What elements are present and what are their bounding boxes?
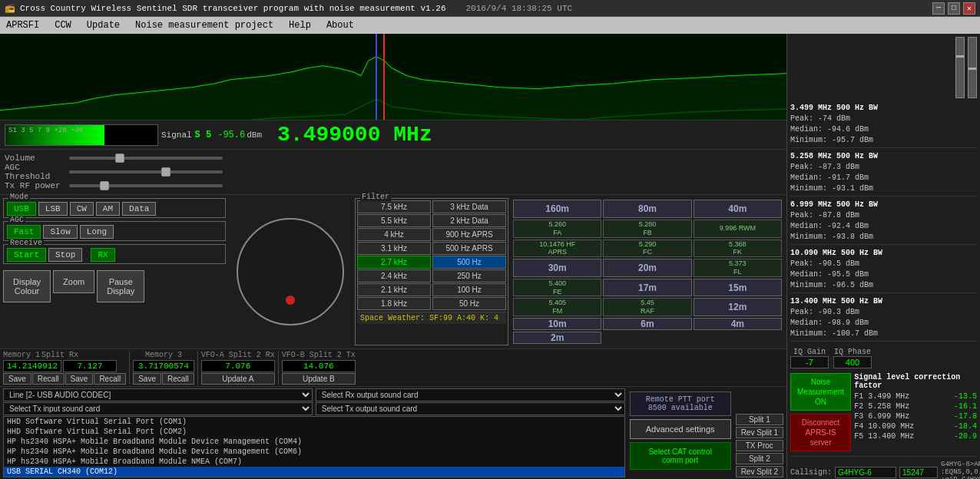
- agc-long[interactable]: Long: [80, 225, 114, 239]
- start-button[interactable]: Start: [7, 248, 46, 262]
- advanced-settings-button[interactable]: Advanced settings: [630, 419, 731, 439]
- mode-data[interactable]: Data: [122, 202, 156, 216]
- stop-button[interactable]: Stop: [48, 248, 82, 262]
- band-2m[interactable]: 2m: [513, 332, 601, 344]
- port-input[interactable]: [899, 467, 938, 478]
- update-a-button[interactable]: Update A: [201, 373, 275, 385]
- menu-ccw[interactable]: CCW: [51, 19, 74, 31]
- volume-thumb[interactable]: [115, 154, 124, 163]
- band-6m[interactable]: 6m: [603, 318, 691, 330]
- tuning-circle[interactable]: [237, 218, 344, 325]
- band-12m[interactable]: 12m: [694, 298, 782, 316]
- menu-help[interactable]: Help: [286, 19, 314, 31]
- update-b-button[interactable]: Update B: [282, 373, 356, 385]
- filter-900hz-aprs[interactable]: 900 Hz APRS: [432, 228, 506, 241]
- band-10147[interactable]: 10.1476 HFAPRS: [513, 240, 601, 258]
- band-30m[interactable]: 30m: [513, 259, 601, 277]
- noise-measurement-button[interactable]: Noise Measurement ON: [790, 373, 851, 411]
- band-5405[interactable]: 5.405FM: [513, 298, 601, 316]
- filter-50hz[interactable]: 50 Hz: [432, 297, 506, 310]
- band-80m[interactable]: 80m: [603, 200, 691, 218]
- serial-item-6[interactable]: USB SERIAL CH340 (COM12): [4, 467, 624, 477]
- display-colour-button[interactable]: Display Colour: [3, 270, 51, 302]
- mem3-save[interactable]: Save: [133, 373, 161, 385]
- cat-button[interactable]: Select CAT control comm port: [630, 442, 731, 470]
- close-button[interactable]: ✕: [963, 2, 975, 15]
- mode-usb[interactable]: USB: [7, 202, 36, 216]
- band-4m[interactable]: 4m: [694, 318, 782, 330]
- band-5290[interactable]: 5.290FC: [603, 240, 691, 258]
- band-9996[interactable]: 9.996 RWM: [694, 220, 782, 238]
- band-17m[interactable]: 17m: [603, 279, 691, 297]
- disconnect-aprs-button[interactable]: Disconnect APRS-IS server: [790, 414, 851, 451]
- agc-slider-track[interactable]: [69, 170, 223, 173]
- filter-4k[interactable]: 4 kHz: [357, 228, 431, 241]
- iq-gain-slider[interactable]: [955, 37, 965, 98]
- serial-port-list[interactable]: HHD Software Virtual Serial Port (COM1) …: [3, 416, 625, 477]
- iq-phase-input[interactable]: [833, 356, 872, 368]
- tx-thumb[interactable]: [100, 181, 109, 190]
- minimize-button[interactable]: ─: [932, 2, 945, 15]
- band-40m[interactable]: 40m: [694, 200, 782, 218]
- band-5280[interactable]: 5.280FB: [603, 220, 691, 238]
- tx-card-select[interactable]: Select Tx output sound card: [316, 402, 625, 415]
- rx-button[interactable]: RX: [91, 248, 114, 262]
- band-10m[interactable]: 10m: [513, 318, 601, 330]
- band-5373[interactable]: 5.373FL: [694, 259, 782, 277]
- filter-3k-data[interactable]: 3 kHz Data: [432, 200, 506, 213]
- band-20m[interactable]: 20m: [603, 259, 691, 277]
- menu-aprsfi[interactable]: APRSFI: [3, 19, 42, 31]
- serial-item-3[interactable]: HP hs2340 HSPA+ Mobile Broadband Module …: [4, 437, 624, 447]
- serial-item-4[interactable]: HP hs2340 HSPA+ Mobile Broadband Module …: [4, 447, 624, 457]
- filter-100hz[interactable]: 100 Hz: [432, 283, 506, 296]
- serial-item-1[interactable]: HHD Software Virtual Serial Port (COM1): [4, 417, 624, 427]
- filter-2k-data[interactable]: 2 kHz Data: [432, 214, 506, 227]
- filter-2.1k[interactable]: 2.1 kHz: [357, 283, 431, 296]
- agc-thumb[interactable]: [161, 167, 171, 177]
- rx-card-select[interactable]: Select Rx output sound card: [316, 388, 625, 401]
- freq-display[interactable]: 3.499000 MHz: [277, 123, 432, 147]
- agc-fast[interactable]: Fast: [7, 225, 41, 239]
- mem1-recall[interactable]: Recall: [32, 373, 65, 385]
- split2-button[interactable]: Split 2: [736, 453, 783, 464]
- callsign-input[interactable]: [835, 467, 896, 478]
- mode-lsb[interactable]: LSB: [38, 202, 68, 216]
- input-audio-select[interactable]: Line [2- USB AUDIO CODEC]: [3, 388, 313, 401]
- filter-7.5k[interactable]: 7.5 kHz: [357, 200, 431, 213]
- rev-split2-button[interactable]: Rev Split 2: [736, 466, 783, 477]
- band-5400[interactable]: 5.400FE: [513, 279, 601, 297]
- band-5368[interactable]: 5.368FK: [694, 240, 782, 258]
- filter-2.7k[interactable]: 2.7 kHz: [357, 256, 431, 269]
- filter-1.8k[interactable]: 1.8 kHz: [357, 297, 431, 310]
- tx-input-select[interactable]: Select Tx input sound card: [3, 402, 313, 415]
- iq-gain-input[interactable]: [790, 356, 829, 368]
- volume-slider-track[interactable]: [69, 157, 223, 160]
- filter-5.5k[interactable]: 5.5 kHz: [357, 214, 431, 227]
- serial-item-5[interactable]: HP hs2340 HSPA+ Mobile Broadband Module …: [4, 457, 624, 467]
- agc-slow[interactable]: Slow: [43, 225, 77, 239]
- rev-split1-button[interactable]: Rev Split 1: [736, 427, 783, 438]
- tx-slider-track[interactable]: [69, 184, 223, 187]
- mode-am[interactable]: AM: [96, 202, 120, 216]
- menu-update[interactable]: Update: [84, 19, 123, 31]
- filter-500hz[interactable]: 500 Hz: [432, 256, 506, 269]
- mode-cw[interactable]: CW: [70, 202, 94, 216]
- menu-noise[interactable]: Noise measurement project: [132, 19, 276, 31]
- band-160m[interactable]: 160m: [513, 200, 601, 218]
- iq-phase-slider[interactable]: [968, 37, 977, 98]
- mem2-recall[interactable]: Recall: [94, 373, 126, 385]
- band-5260[interactable]: 5.260FA: [513, 220, 601, 238]
- filter-2.4k[interactable]: 2.4 kHz: [357, 269, 431, 282]
- pause-display-button[interactable]: Pause Display: [97, 270, 144, 302]
- serial-item-2[interactable]: HHD Software Virtual Serial Port (COM2): [4, 427, 624, 437]
- zoom-button[interactable]: Zoom: [53, 270, 94, 293]
- mem2-save[interactable]: Save: [65, 373, 94, 385]
- split1-button[interactable]: Split 1: [736, 414, 783, 425]
- filter-3.1k[interactable]: 3.1 kHz: [357, 242, 431, 255]
- maximize-button[interactable]: □: [948, 2, 960, 15]
- menu-about[interactable]: About: [323, 19, 357, 31]
- band-545[interactable]: 5.45RAF: [603, 298, 691, 316]
- filter-250hz[interactable]: 250 Hz: [432, 269, 506, 282]
- band-15m[interactable]: 15m: [694, 279, 782, 297]
- tx-proc-button[interactable]: TX Proc: [736, 440, 783, 451]
